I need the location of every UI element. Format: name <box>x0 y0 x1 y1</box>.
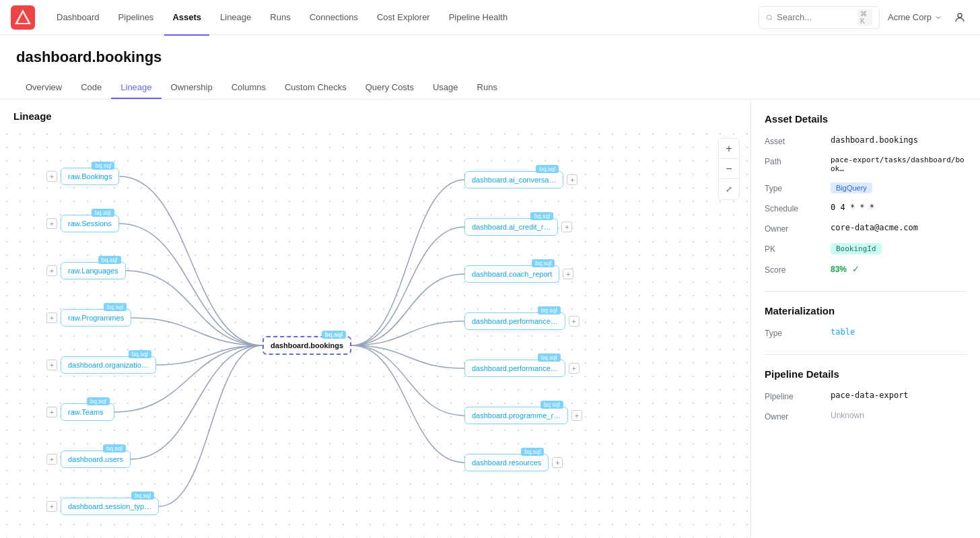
lineage-node-center[interactable]: bq.sqldashboard.bookings <box>262 336 351 355</box>
page-header: dashboard.bookings Overview Code Lineage… <box>0 35 980 100</box>
org-name: Acme Corp <box>888 12 932 22</box>
asset-detail-path: Path pace-export/tasks/dashboard/book… <box>765 156 967 173</box>
lineage-node-n7[interactable]: bq.sqldashboard.users+ <box>61 450 131 468</box>
pipeline-row: Pipeline pace-data-export <box>765 391 967 401</box>
tab-custom-checks[interactable]: Custom Checks <box>275 77 356 99</box>
tab-query-costs[interactable]: Query Costs <box>356 77 423 99</box>
main-layout: Lineage + − ⤢ bq.sqlraw.Bookings+bq.sqlr… <box>0 100 980 538</box>
nav-links: Dashboard Pipelines Assets Lineage Runs … <box>48 8 759 26</box>
expand-btn[interactable]: + <box>46 218 57 229</box>
right-panel: Asset Details Asset dashboard.bookings P… <box>751 100 980 538</box>
svg-point-3 <box>767 15 771 20</box>
asset-details-section: Asset Details Asset dashboard.bookings P… <box>765 113 967 275</box>
tab-overview[interactable]: Overview <box>16 77 71 99</box>
mat-type-value: table <box>831 327 855 337</box>
search-input[interactable] <box>777 12 853 22</box>
nav-pipeline-health[interactable]: Pipeline Health <box>441 8 516 26</box>
lineage-node-n1[interactable]: bq.sqlraw.Bookings+ <box>61 168 119 185</box>
tab-usage[interactable]: Usage <box>423 77 468 99</box>
type-label: Type <box>765 182 825 193</box>
nav-dashboard[interactable]: Dashboard <box>48 8 108 26</box>
tab-lineage[interactable]: Lineage <box>111 77 161 99</box>
expand-btn[interactable]: + <box>46 501 57 512</box>
zoom-out-button[interactable]: − <box>719 159 739 179</box>
nav-assets[interactable]: Assets <box>164 8 209 26</box>
lineage-node-r1[interactable]: bq.sqldashboard.ai_conversa…+ <box>464 171 563 189</box>
lineage-node-n3[interactable]: bq.sqlraw.Languages+ <box>61 262 126 279</box>
type-value: BigQuery <box>831 182 872 193</box>
lineage-canvas[interactable]: + − ⤢ bq.sqlraw.Bookings+bq.sqlraw.Sessi… <box>0 127 750 538</box>
expand-btn[interactable]: + <box>46 454 57 465</box>
expand-btn-right[interactable]: + <box>569 316 580 327</box>
sub-tabs: Overview Code Lineage Ownership Columns … <box>16 77 964 99</box>
expand-btn[interactable]: + <box>46 265 57 276</box>
lineage-panel: Lineage + − ⤢ bq.sqlraw.Bookings+bq.sqlr… <box>0 100 751 538</box>
score-check-icon: ✓ <box>852 264 860 274</box>
asset-detail-score: Score 83% ✓ <box>765 264 967 275</box>
lineage-node-n2[interactable]: bq.sqlraw.Sessions+ <box>61 215 119 232</box>
tab-code[interactable]: Code <box>71 77 111 99</box>
kbd-shortcut: ⌘ K <box>858 9 872 26</box>
expand-btn[interactable]: + <box>46 171 57 182</box>
search-icon <box>766 13 773 22</box>
nav-cost-explorer[interactable]: Cost Explorer <box>369 8 438 26</box>
lineage-svg <box>0 127 750 538</box>
org-selector[interactable]: Acme Corp <box>888 12 942 22</box>
expand-btn-right[interactable]: + <box>569 363 580 374</box>
search-box[interactable]: ⌘ K <box>759 6 880 29</box>
lineage-node-n6[interactable]: bq.sqlraw.Teams+ <box>61 403 114 421</box>
path-value: pace-export/tasks/dashboard/book… <box>831 156 967 173</box>
pipeline-details-title: Pipeline Details <box>765 368 967 380</box>
lineage-node-r3[interactable]: bq.sqldashboard.coach_report+ <box>464 265 559 283</box>
lineage-node-r5[interactable]: bq.sqldashboard.performance…+ <box>464 360 565 377</box>
expand-btn[interactable]: + <box>46 407 57 417</box>
asset-detail-owner: Owner core-data@acme.com <box>765 223 967 234</box>
zoom-controls: + − ⤢ <box>718 138 740 200</box>
lineage-section-title: Lineage <box>0 100 750 127</box>
score-label: Score <box>765 264 825 275</box>
nav-runs[interactable]: Runs <box>262 8 298 26</box>
lineage-node-n4[interactable]: bq.sqlraw.Programmes+ <box>61 309 131 327</box>
asset-value: dashboard.bookings <box>831 135 918 145</box>
expand-btn-right[interactable]: + <box>561 222 572 232</box>
expand-btn-right[interactable]: + <box>567 174 578 185</box>
zoom-fit-button[interactable]: ⤢ <box>719 179 739 199</box>
svg-point-4 <box>958 13 962 18</box>
asset-detail-schedule: Schedule 0 4 * * * <box>765 203 967 213</box>
lineage-node-r6[interactable]: bq.sqldashboard.programme_r…+ <box>464 407 568 424</box>
mat-type-label: Type <box>765 327 825 338</box>
materialization-title: Materialization <box>765 305 967 316</box>
tab-columns[interactable]: Columns <box>222 77 275 99</box>
lineage-node-r4[interactable]: bq.sqldashboard.performance…+ <box>464 312 565 330</box>
page-title: dashboard.bookings <box>16 48 964 66</box>
nav-pipelines[interactable]: Pipelines <box>110 8 162 26</box>
pk-label: PK <box>765 243 825 254</box>
asset-detail-asset: Asset dashboard.bookings <box>765 135 967 146</box>
lineage-node-n8[interactable]: bq.sqldashboard.session_typ…+ <box>61 498 159 515</box>
expand-btn[interactable]: + <box>46 312 57 323</box>
owner-label: Owner <box>765 223 825 234</box>
expand-btn-right[interactable]: + <box>552 457 563 468</box>
chevron-down-icon <box>934 13 942 22</box>
schedule-label: Schedule <box>765 203 825 213</box>
tab-ownership[interactable]: Ownership <box>162 77 222 99</box>
tab-runs[interactable]: Runs <box>468 77 507 99</box>
zoom-in-button[interactable]: + <box>719 139 739 159</box>
nav-connections[interactable]: Connections <box>302 8 366 26</box>
expand-btn-right[interactable]: + <box>571 410 582 421</box>
lineage-node-n5[interactable]: bq.sqldashboard.organizatio…+ <box>61 356 156 374</box>
expand-btn-right[interactable]: + <box>563 269 573 279</box>
materialization-type-row: Type table <box>765 327 967 338</box>
lineage-node-r7[interactable]: bq.sqldashboard.resources+ <box>464 454 549 471</box>
score-value-container: 83% ✓ <box>831 264 860 274</box>
asset-label: Asset <box>765 135 825 146</box>
app-logo[interactable] <box>11 5 35 30</box>
nav-lineage[interactable]: Lineage <box>212 8 259 26</box>
lineage-node-r2[interactable]: bq.sqldashboard.ai_credit_r…+ <box>464 218 558 236</box>
materialization-section: Materialization Type table <box>765 305 967 338</box>
user-profile-icon[interactable] <box>950 8 969 27</box>
asset-details-title: Asset Details <box>765 113 967 125</box>
score-value: 83% <box>831 265 847 274</box>
expand-btn[interactable]: + <box>46 360 57 370</box>
nav-right: ⌘ K Acme Corp <box>759 6 969 29</box>
